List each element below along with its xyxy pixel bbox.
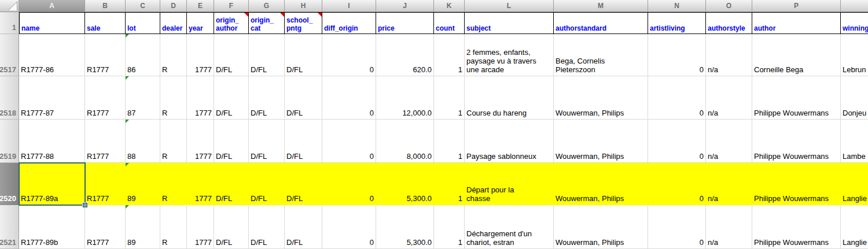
cell-I2519[interactable]: 0 [322, 120, 376, 163]
cell-J2521[interactable]: 5,300.0 [376, 205, 434, 249]
cell-H2519[interactable]: D/FL [285, 120, 322, 163]
row-header-2519[interactable]: 2519 [0, 120, 19, 163]
cell-O2517[interactable]: n/a [706, 34, 752, 76]
row-header-2521[interactable]: 2521 [0, 205, 19, 249]
cell-B2521[interactable]: R1777 [85, 205, 126, 249]
cell-M2518[interactable]: Wouwerman, Philips [554, 76, 648, 120]
cell-O2519[interactable]: n/a [706, 120, 752, 163]
cell-E2517[interactable]: 1777 [187, 34, 214, 76]
row-header-2518[interactable]: 2518 [0, 76, 19, 120]
cell-L2519[interactable]: Paysage sablonneux [465, 120, 554, 163]
column-header-J[interactable]: J [376, 0, 434, 12]
cell-E2521[interactable]: 1777 [187, 205, 214, 249]
cell-K2521[interactable]: 1 [434, 205, 465, 249]
cell-D2519[interactable]: R [160, 120, 187, 163]
cell-I2517[interactable]: 0 [322, 34, 376, 76]
cell-I2518[interactable]: 0 [322, 76, 376, 120]
cell-C2518[interactable]: 87 [126, 76, 160, 120]
column-header-I[interactable]: I [322, 0, 376, 12]
cell-I2521[interactable]: 0 [322, 205, 376, 249]
cell-L2520[interactable]: Départ pour la chasse [465, 163, 554, 205]
cell-I1[interactable]: diff_origin [322, 12, 376, 34]
cell-M2519[interactable]: Wouwerman, Philips [554, 120, 648, 163]
cell-C1[interactable]: lot [126, 12, 160, 34]
cell-C2520[interactable]: 89 [126, 163, 160, 205]
column-header-G[interactable]: G [249, 0, 285, 12]
column-header-N[interactable]: N [648, 0, 706, 12]
cell-P2517[interactable]: Corneille Bega [752, 34, 841, 76]
cell-A1[interactable]: name [19, 12, 85, 34]
cell-H2520[interactable]: D/FL [285, 163, 322, 205]
cell-B2519[interactable]: R1777 [85, 120, 126, 163]
cell-N2521[interactable]: 0 [648, 205, 706, 249]
cell-N2519[interactable]: 0 [648, 120, 706, 163]
cell-J2519[interactable]: 8,000.0 [376, 120, 434, 163]
cell-D2518[interactable]: R [160, 76, 187, 120]
fill-handle[interactable] [83, 203, 87, 207]
cell-G2521[interactable]: D/FL [249, 205, 285, 249]
cell-Q2518[interactable]: Donjeu [841, 76, 868, 120]
cell-Q2517[interactable]: Lebrun [841, 34, 868, 76]
cell-J2517[interactable]: 620.0 [376, 34, 434, 76]
column-header-O[interactable]: O [706, 0, 752, 12]
cell-K2519[interactable]: 1 [434, 120, 465, 163]
cell-P2518[interactable]: Philippe Wouwermans [752, 76, 841, 120]
cell-Q1[interactable]: winning [841, 12, 868, 34]
column-header-K[interactable]: K [434, 0, 465, 12]
cell-Q2521[interactable]: Langlie [841, 205, 868, 249]
cell-B2518[interactable]: R1777 [85, 76, 126, 120]
column-header-partial[interactable] [841, 0, 868, 12]
cell-N1[interactable]: artistliving [648, 12, 706, 34]
cell-A2519[interactable]: R1777-88 [19, 120, 85, 163]
cell-P1[interactable]: author [752, 12, 841, 34]
column-header-H[interactable]: H [285, 0, 322, 12]
cell-H2517[interactable]: D/FL [285, 34, 322, 76]
cell-F2520[interactable]: D/FL [214, 163, 249, 205]
cell-N2520[interactable]: 0 [648, 163, 706, 205]
cell-H2521[interactable]: D/FL [285, 205, 322, 249]
column-header-L[interactable]: L [465, 0, 554, 12]
cell-F1[interactable]: origin_ author [214, 12, 249, 34]
cell-D2520[interactable]: R [160, 163, 187, 205]
column-header-B[interactable]: B [85, 0, 126, 12]
cell-M2520[interactable]: Wouwerman, Philips [554, 163, 648, 205]
column-header-C[interactable]: C [126, 0, 160, 12]
cell-B2517[interactable]: R1777 [85, 34, 126, 76]
column-header-M[interactable]: M [554, 0, 648, 12]
row-header-2517[interactable]: 2517 [0, 34, 19, 76]
cell-C2519[interactable]: 88 [126, 120, 160, 163]
cell-A2517[interactable]: R1777-86 [19, 34, 85, 76]
cell-A2518[interactable]: R1777-87 [19, 76, 85, 120]
cell-N2517[interactable]: 0 [648, 34, 706, 76]
cell-B2520[interactable]: R1777 [85, 163, 126, 205]
row-header-1[interactable]: 1 [0, 12, 19, 34]
cell-D2521[interactable]: R [160, 205, 187, 249]
cell-A2521[interactable]: R1777-89b [19, 205, 85, 249]
cell-G2518[interactable]: D/FL [249, 76, 285, 120]
cell-O2518[interactable]: n/a [706, 76, 752, 120]
column-header-F[interactable]: F [214, 0, 249, 12]
cell-E2518[interactable]: 1777 [187, 76, 214, 120]
cell-M2521[interactable]: Wouwerman, Philips [554, 205, 648, 249]
cell-F2517[interactable]: D/FL [214, 34, 249, 76]
cell-N2518[interactable]: 0 [648, 76, 706, 120]
cell-E1[interactable]: year [187, 12, 214, 34]
cell-D1[interactable]: dealer [160, 12, 187, 34]
cell-K2518[interactable]: 1 [434, 76, 465, 120]
cell-G2519[interactable]: D/FL [249, 120, 285, 163]
select-all-corner[interactable] [0, 0, 19, 12]
cell-H1[interactable]: school_ pntg [285, 12, 322, 34]
cell-Q2519[interactable]: Lambe [841, 120, 868, 163]
cell-K2517[interactable]: 1 [434, 34, 465, 76]
cell-H2518[interactable]: D/FL [285, 76, 322, 120]
cell-E2520[interactable]: 1777 [187, 163, 214, 205]
row-header-2520[interactable]: 2520 [0, 163, 19, 205]
cell-I2520[interactable]: 0 [322, 163, 376, 205]
cell-O2521[interactable]: n/a [706, 205, 752, 249]
cell-M2517[interactable]: Bega, Cornelis Pieterszoon [554, 34, 648, 76]
cell-J2520[interactable]: 5,300.0 [376, 163, 434, 205]
cell-J2518[interactable]: 12,000.0 [376, 76, 434, 120]
cell-O1[interactable]: authorstyle [706, 12, 752, 34]
cell-L1[interactable]: subject [465, 12, 554, 34]
column-header-P[interactable]: P [752, 0, 841, 12]
